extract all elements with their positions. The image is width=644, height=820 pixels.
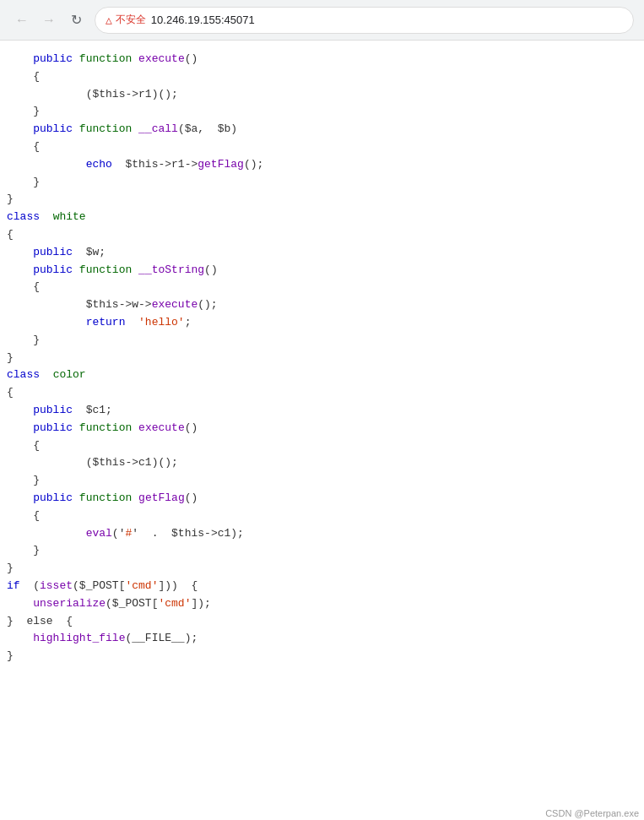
code-line: } bbox=[0, 350, 644, 367]
code-line: } bbox=[0, 472, 644, 490]
code-line: } else { bbox=[0, 613, 644, 631]
address-bar[interactable]: △ 不安全 10.246.19.155:45071 bbox=[95, 7, 634, 34]
footer-text: CSDN @Peterpan.exe bbox=[545, 808, 639, 818]
code-line: } bbox=[0, 174, 644, 192]
browser-chrome: ← → ↻ △ 不安全 10.246.19.155:45071 bbox=[0, 0, 644, 41]
code-line: public function execute() bbox=[0, 420, 644, 437]
back-button[interactable]: ← bbox=[10, 8, 34, 32]
code-line: } bbox=[0, 648, 644, 665]
warning-icon: △ bbox=[106, 14, 112, 27]
code-line: class color bbox=[0, 367, 644, 384]
code-line: } bbox=[0, 560, 644, 578]
footer: CSDN @Peterpan.exe bbox=[540, 806, 644, 820]
code-line: public function __toString() bbox=[0, 262, 644, 280]
code-container: public function execute() { ($this->r1)(… bbox=[0, 41, 644, 820]
code-line: { bbox=[0, 138, 644, 156]
code-line: public function __call($a, $b) bbox=[0, 121, 644, 138]
code-line: { bbox=[0, 437, 644, 455]
code-line: public function execute() bbox=[0, 51, 644, 68]
code-line: ($this->c1)(); bbox=[0, 454, 644, 472]
code-line: { bbox=[0, 384, 644, 402]
code-line: { bbox=[0, 279, 644, 296]
code-line: { bbox=[0, 68, 644, 86]
code-line: unserialize($_POST['cmd']); bbox=[0, 595, 644, 613]
code-line: ($this->r1)(); bbox=[0, 86, 644, 104]
code-line: } bbox=[0, 103, 644, 121]
security-label: 不安全 bbox=[116, 13, 146, 27]
code-line: public $w; bbox=[0, 244, 644, 262]
code-line: } bbox=[0, 191, 644, 209]
code-line: } bbox=[0, 542, 644, 560]
code-block: public function execute() { ($this->r1)(… bbox=[0, 47, 644, 669]
url-text: 10.246.19.155:45071 bbox=[151, 14, 255, 26]
code-line: return 'hello'; bbox=[0, 314, 644, 332]
code-line: public $c1; bbox=[0, 402, 644, 420]
security-warning: △ 不安全 bbox=[106, 13, 146, 27]
code-line: if (isset($_POST['cmd'])) { bbox=[0, 578, 644, 595]
code-line: highlight_file(__FILE__); bbox=[0, 630, 644, 648]
code-line: eval('#' . $this->c1); bbox=[0, 525, 644, 543]
code-line: } bbox=[0, 332, 644, 350]
code-line: echo $this->r1->getFlag(); bbox=[0, 156, 644, 174]
code-line: $this->w->execute(); bbox=[0, 296, 644, 314]
forward-button[interactable]: → bbox=[37, 8, 61, 32]
code-line: { bbox=[0, 508, 644, 525]
code-line: { bbox=[0, 226, 644, 244]
reload-button[interactable]: ↻ bbox=[64, 8, 88, 32]
code-line: public function getFlag() bbox=[0, 490, 644, 508]
code-line: class white bbox=[0, 209, 644, 226]
nav-buttons: ← → ↻ bbox=[10, 8, 88, 32]
